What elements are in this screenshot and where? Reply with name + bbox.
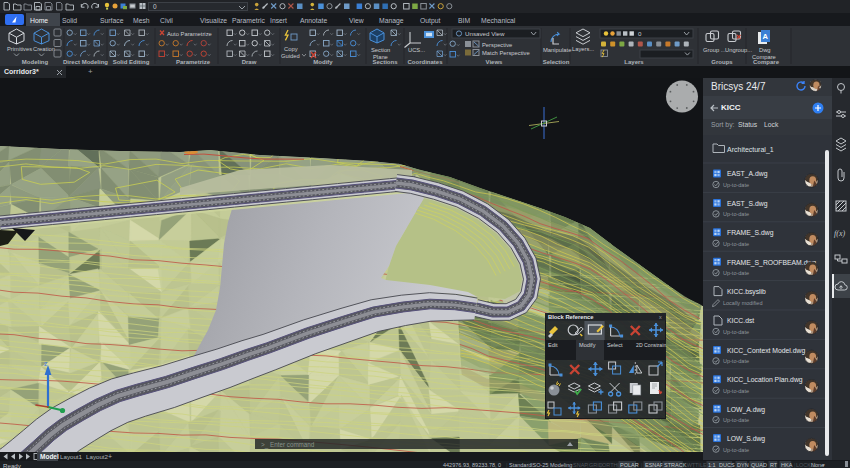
svg-text:LOW_A.dwg: LOW_A.dwg — [727, 406, 765, 414]
svg-text:Up-to-date: Up-to-date — [723, 388, 749, 394]
svg-text:x: x — [659, 314, 662, 320]
svg-text:Layers: Layers — [624, 59, 644, 65]
svg-text:KICC.bsyslib: KICC.bsyslib — [727, 288, 766, 296]
svg-text:A: A — [763, 32, 769, 41]
svg-text:KICC.dst: KICC.dst — [727, 317, 754, 324]
svg-text:UCS...: UCS... — [408, 47, 425, 53]
svg-text:Direct Modeling: Direct Modeling — [63, 59, 108, 65]
svg-text:Copy: Copy — [284, 46, 298, 52]
svg-text:Up-to-date: Up-to-date — [723, 358, 749, 364]
svg-text:Selection: Selection — [543, 59, 570, 65]
svg-text:QUAD: QUAD — [751, 462, 767, 468]
svg-text:Modify: Modify — [579, 342, 596, 348]
svg-text:Up-to-date: Up-to-date — [723, 241, 749, 247]
svg-text:POLAR: POLAR — [620, 462, 639, 468]
svg-text:DUCS: DUCS — [719, 462, 735, 468]
svg-text:Modify: Modify — [313, 59, 333, 65]
svg-text:LOW_S.dwg: LOW_S.dwg — [727, 435, 765, 443]
svg-text:Solid Editing: Solid Editing — [113, 59, 150, 65]
svg-text:Up-to-date: Up-to-date — [723, 182, 749, 188]
svg-text:0: 0 — [638, 30, 642, 37]
svg-text:Up-to-date: Up-to-date — [723, 447, 749, 453]
svg-text:Locally modified: Locally modified — [723, 300, 762, 306]
svg-text:EAST_A.dwg: EAST_A.dwg — [727, 170, 768, 178]
svg-text:|: | — [617, 462, 618, 468]
svg-text:|: | — [641, 462, 642, 468]
svg-text:EAST_S.dwg: EAST_S.dwg — [727, 200, 768, 208]
svg-text:Dwg: Dwg — [759, 47, 771, 53]
svg-text:▾: ▾ — [822, 462, 825, 468]
svg-text:442976.93, 89233.78, 0: 442976.93, 89233.78, 0 — [443, 462, 501, 468]
svg-text:Block Reference: Block Reference — [548, 314, 594, 320]
svg-text:Creation: Creation — [33, 46, 55, 52]
svg-text:|: | — [506, 462, 507, 468]
svg-text:Modeling: Modeling — [550, 462, 572, 468]
svg-text:KICC_Context Model.dwg: KICC_Context Model.dwg — [727, 347, 805, 355]
svg-text:Up-to-date: Up-to-date — [723, 417, 749, 423]
svg-text:Unsaved View: Unsaved View — [465, 30, 505, 37]
svg-text:Layers...: Layers... — [572, 46, 595, 52]
svg-text:f(x): f(x) — [834, 229, 845, 238]
svg-text:FRAME_S.dwg: FRAME_S.dwg — [727, 229, 774, 237]
svg-text:Compare: Compare — [752, 54, 776, 60]
svg-text:1:1: 1:1 — [708, 462, 716, 468]
svg-text:Ungroup...: Ungroup... — [725, 47, 752, 53]
svg-text:Manipulate: Manipulate — [543, 47, 571, 53]
svg-text:Group ...: Group ... — [703, 47, 726, 53]
svg-text:|: | — [704, 462, 705, 468]
svg-text:Auto Parametrize: Auto Parametrize — [167, 31, 212, 37]
svg-text:Primitives: Primitives — [7, 46, 32, 52]
svg-text:Up-to-date: Up-to-date — [723, 270, 749, 276]
svg-text:Plane: Plane — [373, 54, 388, 60]
svg-text:FRAME_S_ROOFBEAM.dwg: FRAME_S_ROOFBEAM.dwg — [727, 259, 816, 267]
svg-text:Match Perspective: Match Perspective — [482, 50, 530, 56]
svg-text:Architectural_1: Architectural_1 — [727, 146, 774, 154]
svg-text:Perspective: Perspective — [482, 42, 512, 48]
svg-text:ISO-25: ISO-25 — [531, 462, 548, 468]
svg-text:HKA: HKA — [781, 462, 793, 468]
svg-text:Groups: Groups — [711, 59, 733, 65]
svg-text:Views: Views — [486, 59, 504, 65]
svg-text:KICC_Location Plan.dwg: KICC_Location Plan.dwg — [727, 376, 803, 384]
svg-text:Draw: Draw — [242, 59, 257, 65]
svg-text:Select: Select — [607, 342, 623, 348]
svg-text:z: z — [44, 360, 48, 367]
svg-text:Guided: Guided — [281, 53, 300, 59]
svg-text:Up-to-date: Up-to-date — [723, 211, 749, 217]
svg-text:|: | — [570, 462, 571, 468]
svg-text:2D Constraint: 2D Constraint — [636, 342, 666, 348]
svg-text:RT: RT — [770, 462, 778, 468]
svg-text:Modeling: Modeling — [22, 59, 49, 65]
svg-text:SNAP: SNAP — [573, 462, 588, 468]
svg-text:Section: Section — [371, 47, 390, 53]
svg-text:DYN: DYN — [737, 462, 749, 468]
svg-text:Coordinates: Coordinates — [407, 59, 443, 65]
svg-text:|: | — [528, 462, 529, 468]
svg-text:Parametrize: Parametrize — [176, 59, 211, 65]
svg-text:Up-to-date: Up-to-date — [723, 329, 749, 335]
svg-text:Edit: Edit — [548, 342, 558, 348]
